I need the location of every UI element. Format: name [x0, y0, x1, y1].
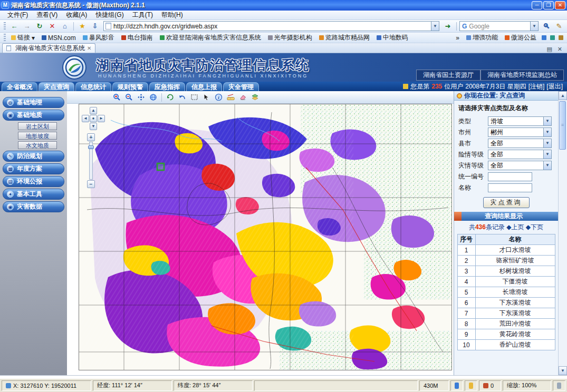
city-select[interactable]: 郴州 ▼ — [488, 128, 552, 137]
legend-icon[interactable] — [249, 92, 261, 103]
zoom-slider-thumb[interactable] — [88, 145, 94, 149]
previous-view-icon[interactable] — [177, 92, 188, 103]
search-box[interactable]: G Google ▼ — [459, 21, 539, 31]
chevron-down-icon[interactable]: ▼ — [543, 117, 551, 125]
nav-tab-warning[interactable]: 规则预警 — [112, 82, 148, 91]
table-row[interactable]: 1才口水滑坡 — [457, 245, 555, 256]
address-dropdown-icon[interactable]: ▼ — [431, 22, 439, 31]
search-dropdown-icon[interactable]: ▼ — [530, 22, 538, 31]
scrollbar-thumb[interactable] — [559, 101, 566, 150]
tab-active[interactable]: 湖南省地质灾害信息系统 ✕ — [2, 43, 95, 53]
type-select[interactable]: 滑坡 ▼ — [488, 116, 552, 126]
pan-right-icon[interactable]: ► — [98, 115, 105, 122]
slider-zoom-out-icon[interactable]: − — [87, 180, 95, 188]
tab-bar-close-icon[interactable]: ✕ — [555, 46, 565, 53]
tab-close-icon[interactable]: ✕ — [87, 45, 91, 51]
sidebar-item-basic-tools[interactable]: ✦ 基本工具 — [3, 189, 64, 200]
uid-input[interactable] — [488, 172, 532, 181]
zoom-out-icon[interactable] — [123, 92, 134, 103]
banner-link-land-resources[interactable]: 湖南省国土资源厅 — [416, 70, 480, 81]
nav-tab-management[interactable]: 灾全管理 — [223, 82, 259, 91]
menu-view[interactable]: 查看(V) — [32, 11, 62, 19]
nav-tab-emergency[interactable]: 应急指挥 — [149, 82, 185, 91]
go-icon[interactable]: ➜ — [442, 21, 454, 32]
links-overflow[interactable]: » — [453, 34, 463, 42]
maximize-button[interactable]: ❐ — [543, 1, 554, 9]
menu-favorites[interactable]: 收藏(A) — [62, 11, 91, 19]
table-row[interactable]: 10香炉山滑坡 — [457, 340, 555, 350]
nav-tab-overview[interactable]: 全省概况 — [2, 82, 37, 91]
pan-up-icon[interactable]: ▲ — [90, 107, 97, 114]
menu-help[interactable]: 帮助(H) — [157, 11, 187, 19]
sidebar-item-environment-bulletin[interactable]: ▤ 环境公报 — [3, 176, 64, 187]
sidebar-item-base-geography[interactable]: ◍ 基础地理 — [3, 97, 64, 108]
scroll-down-icon[interactable]: ▼ — [559, 366, 567, 375]
chevron-down-icon[interactable]: ▼ — [543, 128, 551, 136]
chevron-down-icon[interactable]: ▼ — [543, 150, 551, 159]
menu-tools[interactable]: 工具(T) — [128, 11, 157, 19]
link-msn[interactable]: MSN.com — [39, 34, 79, 42]
back-icon[interactable]: ← — [8, 21, 20, 32]
next-page-link[interactable]: ◆下页 — [526, 223, 543, 231]
table-row[interactable]: 8荒田冲滑坡 — [457, 319, 555, 329]
pan-center-icon[interactable]: ● — [90, 115, 97, 122]
refresh-map-icon[interactable] — [165, 92, 176, 103]
nav-tab-statistics[interactable]: 信息统计 — [75, 82, 111, 91]
slider-zoom-in-icon[interactable]: + — [87, 133, 95, 141]
table-row[interactable]: 5长塘滑坡 — [457, 287, 555, 298]
select-point-icon[interactable] — [201, 92, 212, 103]
link-radio[interactable]: 电台指南 — [118, 33, 156, 42]
zoom-cell[interactable]: 缩放: 100% — [503, 380, 551, 391]
linksbar-grip[interactable] — [4, 34, 6, 42]
menu-groups[interactable]: 快捷组(G) — [91, 11, 128, 19]
disaster-level-select[interactable]: 全部 ▼ — [488, 161, 552, 170]
tab-list-icon[interactable]: ▤ — [544, 46, 554, 53]
search-icon[interactable]: 🔍︎ — [541, 21, 552, 32]
feedback-icon[interactable] — [559, 35, 563, 40]
chevron-down-icon[interactable]: ▼ — [543, 161, 551, 170]
nav-tab-report[interactable]: 信息上报 — [186, 82, 222, 91]
query-button[interactable]: 灾点查询 — [483, 197, 530, 208]
address-input[interactable] — [113, 23, 431, 30]
county-select[interactable]: 全部 ▼ — [488, 139, 552, 148]
map-canvas[interactable]: ▲ ◄ ● ► ▼ + − — [79, 104, 452, 370]
links-folder[interactable]: 链接▾ — [8, 33, 38, 42]
prev-page-link[interactable]: ◆上页 — [506, 223, 524, 231]
favorites-icon[interactable]: ★ — [76, 21, 88, 32]
risk-level-select[interactable]: 全部 ▼ — [488, 150, 552, 159]
link-plugins[interactable]: 增强功能 — [463, 33, 501, 42]
table-row[interactable]: 4下僵滑坡 — [457, 277, 555, 287]
downloads-icon[interactable]: ⇩ — [89, 21, 101, 32]
nav-tab-disaster-query[interactable]: 灾点查询 — [39, 82, 74, 91]
zoom-in-icon[interactable] — [111, 92, 122, 103]
logout-link[interactable]: [注销] — [528, 82, 545, 91]
pan-left-icon[interactable]: ◄ — [82, 115, 89, 122]
zoom-slider-track[interactable] — [89, 142, 93, 180]
toolbar-grip[interactable] — [4, 22, 6, 31]
sidebar-item-prevention-planning[interactable]: ✎ 防治规划 — [3, 151, 64, 162]
highlight-icon[interactable]: ✎ — [553, 21, 565, 32]
sidebar-item-disaster-data[interactable]: ◉ 灾害数据 — [3, 201, 64, 212]
scroll-up-icon[interactable]: ▲ — [559, 91, 567, 100]
sidebar-subitem-rock-zoning[interactable]: 岩土区划 — [18, 122, 57, 130]
banner-link-monitoring-station[interactable]: 湖南省地质环境监测总站 — [480, 70, 564, 81]
link-baofeng[interactable]: 暴风影音 — [80, 33, 118, 42]
skin-icon[interactable] — [550, 35, 555, 40]
link-zhongdi[interactable]: 中地数码 — [373, 33, 411, 42]
table-row[interactable]: 3杉树垅滑坡 — [457, 266, 555, 277]
link-photo[interactable]: 光年摄影机构 — [265, 33, 315, 42]
name-input[interactable] — [488, 183, 532, 192]
forward-icon[interactable]: → — [21, 21, 33, 32]
pan-icon[interactable] — [136, 92, 147, 103]
menu-file[interactable]: 文件(F) — [3, 11, 32, 19]
link-city[interactable]: 览路城市精品网 — [316, 33, 373, 42]
refresh-icon[interactable]: ↻ — [34, 21, 45, 32]
identify-icon[interactable]: i — [213, 92, 224, 103]
exit-link[interactable]: [退出] — [546, 82, 563, 91]
chevron-down-icon[interactable]: ▼ — [543, 139, 551, 148]
eraser-icon[interactable] — [237, 92, 248, 103]
select-rectangle-icon[interactable] — [189, 92, 200, 103]
link-welcome[interactable]: 欢迎登陆湖南省地质灾害信息系统 — [157, 33, 264, 42]
table-row[interactable]: 7下东溪滑坡 — [457, 308, 555, 319]
table-row[interactable]: 9黄花岭滑坡 — [457, 329, 555, 340]
